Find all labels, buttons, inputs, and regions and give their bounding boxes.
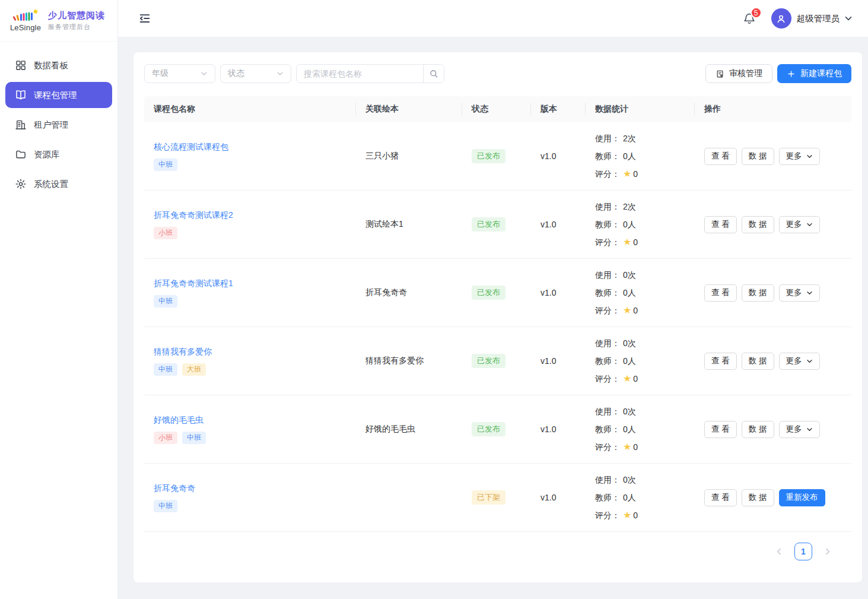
create-package-button[interactable]: 新建课程包 (777, 64, 851, 83)
data-button[interactable]: 数 据 (742, 148, 774, 165)
more-button[interactable]: 更多 (779, 148, 820, 165)
status-badge: 已下架 (472, 490, 505, 505)
stat-value: 0次 (623, 338, 636, 348)
pagination: 1 (144, 532, 851, 564)
grade-tag: 小班 (154, 432, 177, 444)
stat-usage: 使用：0次 (595, 402, 685, 420)
stat-label: 使用： (595, 270, 620, 280)
package-name-link[interactable]: 核心流程测试课程包 (154, 142, 228, 153)
package-name-link[interactable]: 好饿的毛毛虫 (154, 415, 204, 426)
stat-value: 0人 (623, 356, 636, 366)
sidebar-item-2[interactable]: 租户管理 (5, 112, 112, 138)
stat-label: 评分： (595, 374, 620, 384)
grade-select-value: 年级 (152, 68, 168, 79)
sidebar-item-1[interactable]: 课程包管理 (5, 82, 112, 108)
stat-label: 教师： (595, 220, 620, 229)
package-name-cell: 好饿的毛毛虫小班中班 (144, 415, 356, 444)
related-book: 折耳兔奇奇 (356, 287, 462, 298)
brand-logo: LeSingle (8, 9, 43, 32)
table-row: 猜猜我有多爱你中班大班猜猜我有多爱你已发布v1.0使用：0次教师：0人评分：★0… (144, 327, 851, 395)
pagination-page-1[interactable]: 1 (794, 543, 812, 560)
grade-tags: 中班 (154, 295, 346, 308)
package-name-cell: 折耳兔奇奇测试课程2小班 (144, 210, 356, 239)
table-row: 折耳兔奇奇测试课程1中班折耳兔奇奇已发布v1.0使用：0次教师：0人评分：★0查… (144, 259, 851, 327)
notification-bell-icon[interactable]: 5 (743, 12, 756, 25)
status-cell: 已发布 (462, 286, 531, 300)
stat-label: 教师： (595, 424, 620, 434)
stat-label: 使用： (595, 202, 620, 211)
stat-label: 评分： (595, 511, 620, 520)
version: v1.0 (531, 288, 586, 297)
data-button[interactable]: 数 据 (742, 353, 774, 370)
status-cell: 已发布 (462, 354, 531, 368)
user-name[interactable]: 超级管理员 (797, 13, 840, 24)
package-name-cell: 猜猜我有多爱你中班大班 (144, 347, 356, 376)
republish-button[interactable]: 重新发布 (779, 489, 825, 506)
view-button[interactable]: 查 看 (704, 489, 737, 506)
package-name-link[interactable]: 折耳兔奇奇测试课程1 (154, 278, 233, 289)
data-button[interactable]: 数 据 (742, 284, 774, 302)
more-button[interactable]: 更多 (779, 216, 820, 233)
stat-label: 评分： (595, 169, 620, 179)
grade-tag: 小班 (154, 227, 177, 239)
package-name-link[interactable]: 折耳兔奇奇 (154, 483, 195, 494)
stat-usage: 使用：0次 (595, 471, 685, 489)
column-header-5: 操作 (695, 104, 851, 115)
stat-usage: 使用：2次 (595, 198, 685, 215)
app-subtitle: 服务管理后台 (48, 23, 105, 31)
sidebar-item-0[interactable]: 数据看板 (5, 52, 112, 78)
avatar[interactable] (771, 8, 791, 28)
stat-value: 0 (633, 306, 638, 315)
sidebar-item-label: 资源库 (34, 149, 60, 160)
chevron-down-icon (201, 70, 208, 77)
stat-value: 0次 (623, 407, 636, 416)
more-button[interactable]: 更多 (779, 353, 820, 370)
search-input[interactable] (297, 65, 423, 83)
review-management-button[interactable]: 审核管理 (705, 64, 772, 83)
view-button[interactable]: 查 看 (704, 284, 737, 302)
column-header-2: 状态 (462, 104, 531, 115)
pagination-prev-icon[interactable] (771, 543, 787, 560)
view-button[interactable]: 查 看 (704, 353, 737, 370)
table-row: 核心流程测试课程包中班三只小猪已发布v1.0使用：2次教师：0人评分：★0查 看… (144, 122, 851, 191)
column-header-1: 关联绘本 (356, 104, 462, 115)
notification-badge: 5 (751, 7, 762, 18)
star-icon: ★ (623, 169, 631, 179)
data-button[interactable]: 数 据 (742, 421, 774, 438)
pagination-next-icon[interactable] (819, 543, 836, 560)
status-select[interactable]: 状态 (220, 64, 291, 83)
view-button[interactable]: 查 看 (704, 148, 737, 165)
stats-cell: 使用：2次教师：0人评分：★0 (586, 129, 695, 183)
more-button[interactable]: 更多 (779, 284, 820, 302)
data-button[interactable]: 数 据 (742, 216, 774, 233)
status-badge: 已发布 (472, 354, 505, 368)
plus-icon (787, 69, 796, 78)
grade-tags: 中班 (154, 500, 346, 512)
column-header-3: 版本 (531, 104, 586, 115)
status-badge: 已发布 (472, 149, 505, 163)
stat-label: 使用： (595, 475, 620, 484)
chevron-down-icon[interactable] (844, 14, 853, 23)
view-button[interactable]: 查 看 (704, 421, 737, 438)
data-button[interactable]: 数 据 (742, 489, 774, 506)
search-button[interactable] (423, 65, 444, 83)
chevron-down-icon (806, 426, 813, 433)
stat-teachers: 教师：0人 (595, 489, 685, 506)
sidebar-item-3[interactable]: 资源库 (5, 141, 112, 167)
package-name-link[interactable]: 折耳兔奇奇测试课程2 (154, 210, 233, 221)
grade-select[interactable]: 年级 (144, 64, 215, 83)
stat-usage: 使用：0次 (595, 266, 685, 284)
brand-text: 少儿智慧阅读 服务管理后台 (48, 10, 105, 31)
version: v1.0 (531, 151, 586, 161)
more-button[interactable]: 更多 (779, 421, 820, 438)
stat-label: 教师： (595, 356, 620, 366)
view-button[interactable]: 查 看 (704, 216, 737, 233)
star-icon: ★ (623, 237, 631, 247)
chevron-down-icon (806, 221, 813, 228)
sidebar-item-4[interactable]: 系统设置 (5, 171, 112, 197)
menu-fold-icon[interactable] (138, 12, 151, 25)
chevron-down-icon (806, 153, 813, 160)
package-name-link[interactable]: 猜猜我有多爱你 (154, 347, 212, 357)
stat-label: 教师： (595, 288, 620, 297)
stat-teachers: 教师：0人 (595, 215, 685, 233)
